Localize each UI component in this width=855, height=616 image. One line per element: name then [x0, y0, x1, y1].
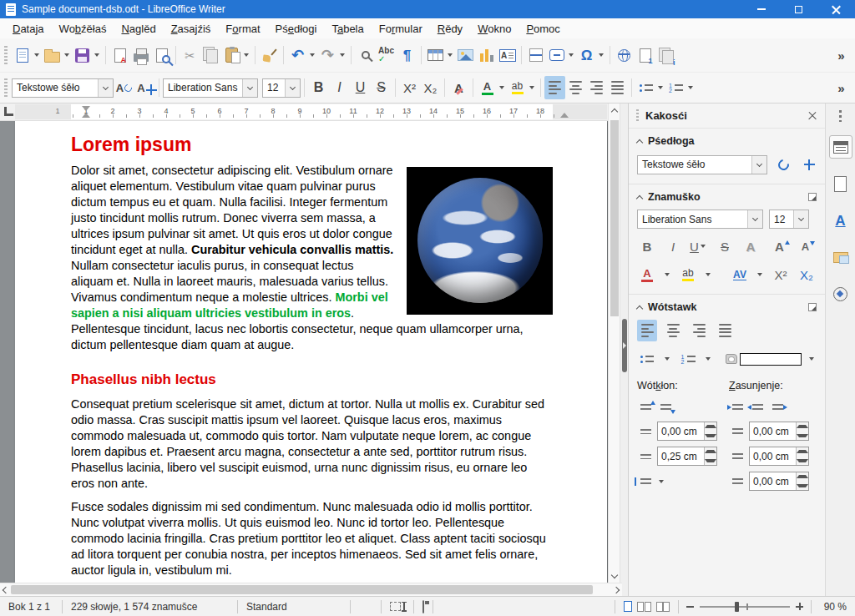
- decrease-font-size-button[interactable]: A: [798, 235, 818, 257]
- tab-stop-selector-icon[interactable]: [4, 107, 13, 116]
- print-button[interactable]: [130, 43, 151, 67]
- open-button[interactable]: [42, 43, 63, 67]
- font-color-dropdown[interactable]: [499, 86, 504, 89]
- subscript-button[interactable]: X₂: [797, 264, 817, 285]
- hide-sidebar-handle[interactable]: [622, 319, 627, 372]
- clone-formatting-button[interactable]: [259, 43, 280, 67]
- right-indent-marker[interactable]: [560, 113, 569, 118]
- save-dropdown[interactable]: [94, 53, 99, 57]
- menu-item[interactable]: Wobźěłaś: [52, 20, 114, 38]
- subscript-button[interactable]: X₂: [420, 76, 441, 99]
- ordered-list-dropdown[interactable]: [688, 86, 693, 89]
- unordered-list-button[interactable]: [635, 76, 656, 99]
- decrease-indent-button[interactable]: [749, 399, 766, 416]
- word-count-status[interactable]: 229 słowje, 1 574 znamušce: [63, 601, 237, 613]
- insert-hyperlink-button[interactable]: [614, 43, 635, 67]
- spin-arrows[interactable]: [796, 447, 808, 465]
- font-name-dropdown[interactable]: [242, 79, 257, 97]
- left-indent-marker[interactable]: [82, 113, 90, 118]
- page-number-status[interactable]: Bok 1 z 1: [0, 601, 62, 613]
- menu-item[interactable]: Wokno: [470, 20, 519, 38]
- sidebar-font-size-dropdown[interactable]: [793, 210, 808, 228]
- new-style-button[interactable]: A: [134, 76, 155, 99]
- insert-textbox-button[interactable]: A: [497, 43, 518, 67]
- font-name-combobox[interactable]: Liberation Sans: [163, 78, 258, 98]
- align-right-button[interactable]: [689, 320, 709, 341]
- sidebar-font-combobox[interactable]: Liberation Sans: [637, 210, 763, 229]
- tab-page[interactable]: [829, 172, 852, 195]
- tab-gallery[interactable]: [829, 245, 852, 269]
- scroll-right-button[interactable]: [610, 583, 622, 597]
- vertical-scroll-thumb[interactable]: [610, 120, 619, 316]
- font-color-button[interactable]: A: [477, 76, 498, 99]
- underline-button[interactable]: U: [350, 76, 371, 99]
- save-button[interactable]: [72, 43, 93, 67]
- export-pdf-button[interactable]: A: [109, 43, 130, 67]
- clear-formatting-button[interactable]: A: [448, 76, 469, 99]
- horizontal-scroll-thumb[interactable]: [11, 585, 593, 594]
- ordered-list-button[interactable]: 12: [665, 76, 686, 99]
- zoom-out-icon[interactable]: [686, 606, 694, 608]
- zoom-slider-thumb[interactable]: [735, 602, 739, 612]
- menu-item[interactable]: Formular: [372, 20, 430, 38]
- menu-item[interactable]: Zasajźiś: [164, 20, 219, 38]
- menu-item[interactable]: Rědy: [430, 20, 470, 38]
- justify-button[interactable]: [715, 320, 735, 341]
- insert-table-dropdown[interactable]: [448, 53, 453, 57]
- unordered-list-dropdown[interactable]: [658, 86, 663, 89]
- menu-item[interactable]: Pomoc: [519, 20, 567, 38]
- sidebar-style-dropdown[interactable]: [751, 156, 766, 174]
- highlight-color-button[interactable]: ab: [678, 264, 698, 285]
- horizontal-scrollbar[interactable]: [0, 583, 622, 596]
- redo-button[interactable]: ↷: [317, 43, 338, 67]
- dialog-launcher-icon[interactable]: [808, 193, 817, 201]
- single-page-view-button[interactable]: [624, 601, 632, 612]
- ruler-scale[interactable]: 1 123456789101112131415161718: [15, 104, 607, 119]
- align-left-button[interactable]: [544, 76, 565, 99]
- increase-font-size-button[interactable]: A: [772, 235, 792, 257]
- paragraph-style-dropdown[interactable]: [98, 79, 113, 97]
- sidebar-grip[interactable]: [636, 109, 639, 123]
- collapse-chevron-icon[interactable]: [636, 139, 643, 145]
- copy-button[interactable]: [200, 43, 221, 67]
- vertical-scrollbar[interactable]: [608, 104, 620, 583]
- collapse-chevron-icon[interactable]: [636, 194, 643, 201]
- shadow-button[interactable]: A: [741, 235, 761, 257]
- sidebar-close-icon[interactable]: [808, 111, 817, 120]
- unordered-list-dropdown[interactable]: [665, 357, 670, 361]
- multi-page-view-button[interactable]: [637, 602, 651, 612]
- zoom-in-icon[interactable]: [796, 603, 803, 610]
- sidebar-style-combobox[interactable]: Tekstowe śěło: [637, 155, 767, 174]
- highlight-color-dropdown[interactable]: [529, 86, 534, 89]
- cut-button[interactable]: ✂: [180, 43, 200, 67]
- horizontal-ruler[interactable]: 1 123456789101112131415161718: [0, 104, 608, 121]
- selection-mode-status[interactable]: [382, 602, 413, 612]
- align-center-button[interactable]: [565, 76, 586, 99]
- font-color-dropdown[interactable]: [665, 273, 670, 276]
- new-style-button[interactable]: [799, 154, 819, 175]
- menu-item[interactable]: Naglěd: [114, 20, 163, 38]
- paragraph-style-combobox[interactable]: Tekstowe śěło: [12, 78, 114, 98]
- insert-image-button[interactable]: [455, 43, 476, 67]
- highlight-color-button[interactable]: ab: [507, 76, 528, 99]
- menu-item[interactable]: Tabela: [324, 20, 371, 38]
- toolbar-overflow-button[interactable]: »: [831, 76, 852, 99]
- character-spacing-button[interactable]: AV: [730, 264, 750, 285]
- update-style-button[interactable]: [773, 154, 793, 175]
- font-size-combobox[interactable]: 12: [262, 78, 301, 98]
- strikethrough-button[interactable]: S: [371, 76, 392, 99]
- update-style-button[interactable]: A: [114, 76, 134, 99]
- italic-button[interactable]: I: [329, 76, 350, 99]
- insert-page-break-button[interactable]: [525, 43, 546, 67]
- superscript-button[interactable]: X²: [399, 76, 420, 99]
- tab-styles[interactable]: A: [829, 209, 852, 232]
- close-button[interactable]: [817, 0, 855, 18]
- bold-button[interactable]: B: [308, 76, 329, 99]
- highlight-color-dropdown[interactable]: [706, 273, 711, 276]
- insert-field-dropdown[interactable]: [569, 53, 574, 57]
- page-style-status[interactable]: Standard: [238, 601, 350, 613]
- spin-arrows[interactable]: [796, 472, 808, 490]
- document-text-area[interactable]: Lorem ipsum Dolor sit amet, consectetur …: [71, 121, 553, 578]
- undo-dropdown[interactable]: [310, 53, 315, 57]
- insert-table-button[interactable]: [425, 43, 446, 67]
